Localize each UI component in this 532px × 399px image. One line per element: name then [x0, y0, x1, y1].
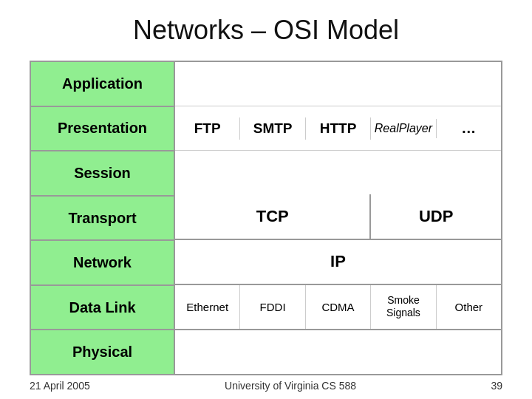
layer-network: Network [31, 241, 174, 286]
osi-table: Application Presentation Session Transpo… [30, 61, 502, 375]
network-content: IP [175, 240, 501, 285]
dl-cdma: CDMA [306, 285, 371, 329]
dl-fddi: FDDI [240, 285, 305, 329]
protocol-udp: UDP [371, 194, 501, 238]
layer-session: Session [31, 151, 174, 197]
page: Networks – OSI Model Application Present… [0, 0, 532, 399]
footer-date: 21 April 2005 [30, 380, 90, 392]
session-content [175, 151, 501, 194]
transport-content: TCP UDP [175, 194, 501, 239]
datalink-content: Ethernet FDDI CDMA SmokeSignals Other [175, 285, 501, 330]
physical-content [175, 330, 501, 374]
layer-content: FTP SMTP HTTP RealPlayer … TCP UDP IP Et… [175, 62, 501, 374]
presentation-content: FTP SMTP HTTP RealPlayer … [175, 106, 501, 151]
dl-ethernet: Ethernet [175, 285, 240, 329]
page-title: Networks – OSI Model [30, 15, 502, 46]
layer-datalink: Data Link [31, 286, 174, 331]
footer-course: University of Virginia CS 588 [225, 380, 356, 392]
layer-presentation: Presentation [31, 107, 174, 152]
application-content [175, 62, 501, 106]
protocol-smtp: SMTP [240, 117, 305, 140]
dl-smoke: SmokeSignals [371, 285, 436, 329]
footer: 21 April 2005 University of Virginia CS … [30, 375, 502, 392]
protocol-ellipsis: … [437, 117, 501, 140]
protocol-ftp: FTP [175, 117, 240, 140]
layer-physical: Physical [31, 330, 174, 374]
dl-other: Other [437, 285, 501, 329]
layer-application: Application [31, 62, 174, 107]
layer-transport: Transport [31, 197, 174, 242]
protocol-tcp: TCP [175, 194, 371, 238]
protocol-realplayer: RealPlayer [371, 119, 436, 138]
protocol-http: HTTP [306, 117, 371, 140]
layer-labels: Application Presentation Session Transpo… [31, 62, 175, 374]
footer-page: 39 [491, 380, 502, 392]
